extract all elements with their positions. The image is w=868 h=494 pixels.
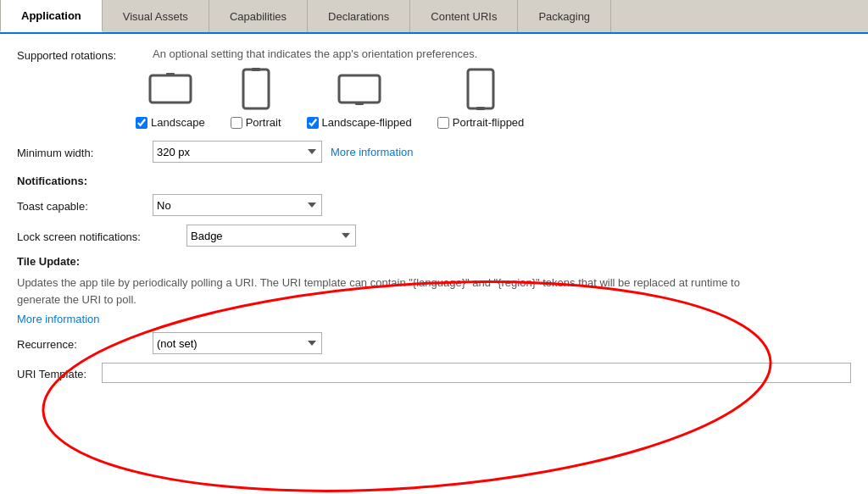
recurrence-select[interactable]: (not set) Every 30 minutes Every hour Ev… [153,332,322,354]
portrait-flipped-checkbox-row: Portrait-flipped [437,116,525,129]
minimum-width-row: Minimum width: 320 px 360 px 400 px 500 … [17,141,851,163]
tile-update-desc: Updates the app tile by periodically pol… [17,275,780,308]
portrait-checkbox-row: Portrait [231,116,281,129]
rotation-landscape-flipped: Landscape-flipped [307,67,412,129]
rotation-landscape: Landscape [136,67,205,129]
toast-capable-label: Toast capable: [17,198,153,213]
uri-template-label: URI Template: [17,366,102,380]
portrait-flipped-checkbox[interactable] [437,117,449,129]
rotations-row: Landscape Portrait [136,67,851,129]
landscape-flipped-icon [337,67,381,111]
landscape-flipped-label: Landscape-flipped [322,116,412,129]
landscape-checkbox[interactable] [136,117,147,129]
tab-declarations[interactable]: Declarations [308,0,410,32]
portrait-checkbox[interactable] [231,117,242,129]
tab-capabilities[interactable]: Capabilities [209,0,308,32]
lock-screen-select[interactable]: Badge Badge and Tile Text (not set) [186,225,356,247]
portrait-icon [234,67,278,111]
portrait-label: Portrait [246,116,281,129]
svg-rect-5 [355,102,364,105]
landscape-label: Landscape [151,116,205,129]
svg-rect-3 [252,68,260,71]
tab-visual-assets[interactable]: Visual Assets [103,0,209,32]
uri-template-input[interactable] [102,363,851,383]
landscape-icon [148,67,192,111]
svg-rect-1 [166,73,175,76]
svg-rect-7 [476,107,485,110]
tile-update-section: Tile Update: Updates the app tile by per… [17,255,851,383]
lock-screen-label: Lock screen notifications: [17,229,186,243]
rotation-portrait-flipped: Portrait-flipped [437,67,525,129]
toast-capable-row: Toast capable: No Yes [17,194,851,216]
uri-template-row: URI Template: [17,363,851,383]
tile-update-header: Tile Update: [17,255,851,268]
minimum-width-more-info[interactable]: More information [331,146,414,158]
portrait-flipped-icon [459,67,503,111]
landscape-checkbox-row: Landscape [136,116,205,129]
landscape-flipped-checkbox-row: Landscape-flipped [307,116,412,129]
svg-rect-2 [243,69,269,108]
tab-packaging[interactable]: Packaging [518,0,611,32]
minimum-width-label: Minimum width: [17,145,153,159]
tab-content-uris[interactable]: Content URIs [410,0,518,32]
landscape-flipped-checkbox[interactable] [307,117,319,129]
recurrence-label: Recurrence: [17,336,153,351]
supported-rotations-desc: An optional setting that indicates the a… [153,47,477,60]
lock-screen-row: Lock screen notifications: Badge Badge a… [17,225,851,247]
tab-application[interactable]: Application [0,0,103,32]
main-content: Supported rotations: An optional setting… [0,34,868,494]
toast-capable-select[interactable]: No Yes [153,194,322,216]
svg-rect-6 [468,69,493,108]
rotation-portrait: Portrait [231,67,281,129]
supported-rotations-label: Supported rotations: [17,47,153,62]
svg-rect-0 [150,75,191,103]
minimum-width-select[interactable]: 320 px 360 px 400 px 500 px [153,141,322,163]
supported-rotations-section: Supported rotations: An optional setting… [17,47,851,129]
tab-bar: Application Visual Assets Capabilities D… [0,0,868,34]
portrait-flipped-label: Portrait-flipped [453,116,525,129]
recurrence-row: Recurrence: (not set) Every 30 minutes E… [17,332,851,354]
svg-rect-4 [339,75,380,103]
tile-update-more-info[interactable]: More information [17,313,100,325]
notifications-header: Notifications: [17,175,851,187]
